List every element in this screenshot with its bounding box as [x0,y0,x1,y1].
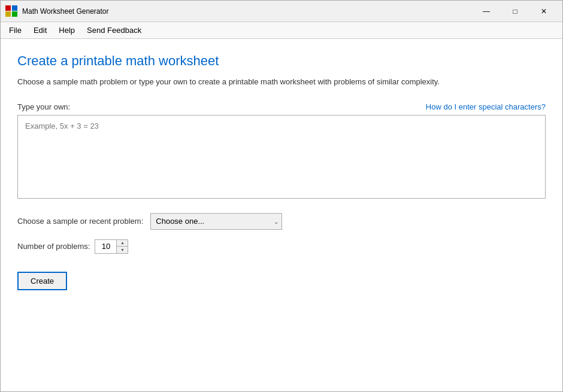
spinner-up-button[interactable]: ▲ [117,240,128,247]
menu-bar: File Edit Help Send Feedback [1,22,562,39]
icon-cell-green [12,11,17,17]
number-spinner: ▲ ▼ [95,239,128,254]
number-input[interactable] [95,240,117,253]
sample-dropdown[interactable]: Choose one... [150,213,282,230]
menu-send-feedback[interactable]: Send Feedback [81,24,147,37]
type-your-own-label: Type your own: [17,102,70,111]
app-window: Math Worksheet Generator — □ ✕ File Edit… [0,0,563,392]
main-content: Create a printable math worksheet Choose… [1,39,562,391]
number-of-problems-row: Number of problems: ▲ ▼ [17,239,546,254]
spinner-down-button[interactable]: ▼ [117,247,128,253]
sample-dropdown-wrapper: Choose one... ⌄ [150,213,282,230]
close-button[interactable]: ✕ [530,4,558,19]
menu-edit[interactable]: Edit [28,24,53,37]
sample-row: Choose a sample or recent problem: Choos… [17,213,546,230]
problem-input[interactable] [17,115,546,199]
number-of-problems-label: Number of problems: [17,242,90,251]
menu-file[interactable]: File [3,24,28,37]
menu-help[interactable]: Help [53,24,81,37]
window-title: Math Worksheet Generator [22,7,109,16]
maximize-button[interactable]: □ [501,4,529,19]
icon-cell-yellow [5,11,11,17]
icon-cell-blue [12,5,17,11]
create-button[interactable]: Create [17,272,67,290]
title-bar: Math Worksheet Generator — □ ✕ [1,1,562,22]
minimize-button[interactable]: — [473,4,500,19]
title-bar-left: Math Worksheet Generator [5,5,109,17]
sample-label: Choose a sample or recent problem: [17,217,143,226]
page-heading: Create a printable math worksheet [17,53,546,69]
app-icon [5,5,17,17]
window-controls: — □ ✕ [473,4,558,19]
special-chars-link[interactable]: How do I enter special characters? [426,102,546,111]
spinner-buttons: ▲ ▼ [117,240,128,253]
page-description: Choose a sample math problem or type you… [17,76,532,88]
icon-cell-red [5,5,11,11]
type-your-own-row: Type your own: How do I enter special ch… [17,102,546,111]
